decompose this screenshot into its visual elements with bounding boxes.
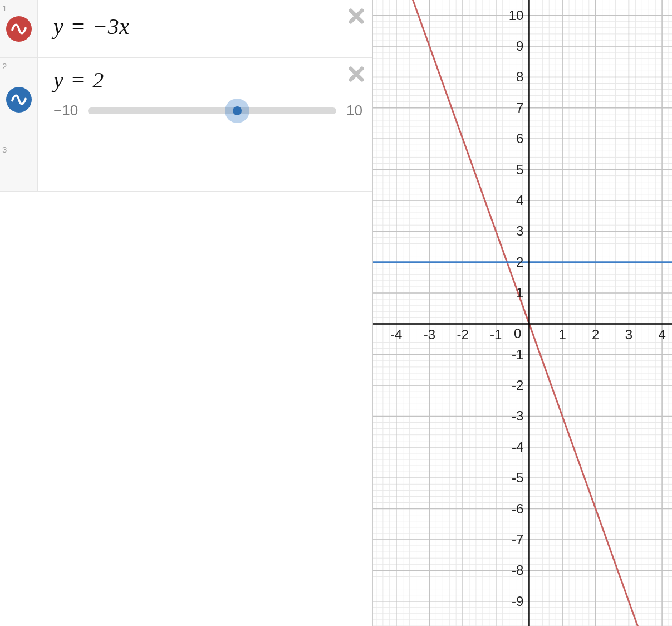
y-tick-label: 7 [516, 100, 523, 115]
expression-gutter: 1 [0, 0, 38, 57]
expression-row-1[interactable]: 1 y = −3x [0, 0, 372, 58]
y-tick-label: 1 [516, 285, 523, 300]
expression-color-icon[interactable] [6, 87, 32, 113]
delete-expression-button[interactable] [347, 7, 366, 26]
y-tick-label: 5 [516, 162, 523, 177]
x-tick-label: 3 [625, 327, 632, 342]
y-tick-label: -2 [512, 378, 523, 393]
y-tick-label: 9 [516, 38, 523, 53]
slider[interactable]: −10 10 [53, 102, 362, 119]
expression-gutter: 2 [0, 58, 38, 141]
y-tick-label: 3 [516, 223, 523, 238]
y-tick-label: 2 [516, 255, 523, 270]
eq-lhs: y [53, 14, 63, 39]
slider-thumb[interactable] [225, 99, 249, 123]
expression-body[interactable]: y = 2 −10 10 [38, 58, 372, 141]
eq-rhs: 2 [92, 67, 104, 92]
y-tick-label: -9 [512, 594, 523, 609]
x-tick-label: -1 [490, 327, 502, 342]
slider-min-label: −10 [53, 102, 78, 119]
eq-lhs: y [53, 67, 63, 92]
y-tick-label: -3 [512, 408, 523, 423]
y-tick-label: -6 [512, 501, 523, 516]
y-tick-label: -5 [512, 470, 523, 485]
expression-row-3[interactable]: 3 [0, 141, 372, 192]
wave-icon [11, 91, 27, 108]
y-tick-label: 6 [516, 131, 523, 146]
x-tick-label: 1 [558, 327, 566, 342]
close-icon [347, 65, 366, 84]
expression-formula[interactable]: y = −3x [53, 6, 362, 40]
expression-color-icon[interactable] [6, 16, 32, 42]
y-tick-label: -4 [512, 439, 523, 454]
expression-body[interactable] [38, 141, 372, 191]
x-tick-label: -3 [424, 327, 435, 342]
y-tick-label: -8 [512, 563, 523, 578]
x-tick-label: -4 [390, 327, 402, 342]
slider-thumb-dot [233, 106, 242, 115]
origin-label: 0 [514, 326, 521, 341]
y-tick-label: 8 [516, 69, 523, 84]
row-index: 1 [2, 3, 7, 13]
expression-row-2[interactable]: 2 y = 2 −10 [0, 58, 372, 141]
slider-track[interactable] [88, 107, 336, 114]
wave-icon [11, 21, 27, 37]
close-icon [347, 7, 366, 26]
x-tick-label: 4 [658, 327, 665, 342]
row-index: 3 [2, 145, 7, 154]
y-tick-label: -1 [512, 347, 523, 362]
slider-max-label: 10 [346, 102, 362, 119]
y-tick-label: 10 [509, 8, 524, 23]
expression-gutter: 3 [0, 141, 38, 191]
delete-expression-button[interactable] [347, 65, 366, 84]
eq-equals: = [70, 67, 87, 92]
y-tick-label: 4 [516, 193, 523, 208]
expression-formula[interactable]: y = 2 [53, 63, 362, 93]
graph-canvas[interactable]: -9-8-7-6-5-4-3-2-112345678910-4-3-2-1012… [373, 0, 672, 626]
expression-body[interactable]: y = −3x [38, 0, 372, 57]
x-tick-label: 2 [592, 327, 599, 342]
eq-rhs: −3x [92, 14, 129, 39]
y-tick-label: -7 [512, 532, 523, 547]
row-index: 2 [2, 61, 7, 71]
graph-panel[interactable]: -9-8-7-6-5-4-3-2-112345678910-4-3-2-1012… [373, 0, 672, 626]
expression-list: 1 y = −3x 2 [0, 0, 373, 626]
x-tick-label: -2 [457, 327, 468, 342]
eq-equals: = [70, 14, 87, 39]
